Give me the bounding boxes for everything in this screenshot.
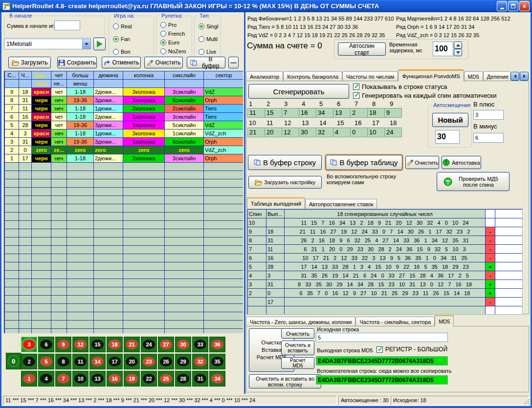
roulette-number-8[interactable]: 8 [55, 354, 71, 369]
spinner-down-button[interactable] [454, 49, 462, 56]
roulette-number-23[interactable]: 23 [141, 354, 157, 369]
copy-table-button[interactable]: В буфер таблицу [326, 155, 402, 170]
new-shift-button[interactable]: Новый [432, 113, 468, 127]
minimize-button[interactable] [497, 1, 507, 11]
roulette-number-7[interactable]: 7 [55, 371, 71, 387]
resize-grip[interactable] [524, 399, 530, 405]
checkbox-uppercase[interactable]: РЕГИСТР - БОЛЬШОЙ [377, 346, 447, 353]
radio-option-Multi[interactable]: Multi [199, 36, 218, 43]
chevron-down-icon[interactable] [82, 39, 90, 49]
radio-option-Pro[interactable]: Pro [160, 21, 177, 28]
md5-clear-paste-helper-button[interactable]: Очистить и вставить во вспом. строку [249, 374, 321, 388]
load-settings-button[interactable]: Загрузить настройку [248, 176, 322, 189]
roulette-number-34[interactable]: 34 [209, 371, 225, 387]
start-sum-input[interactable] [54, 21, 80, 30]
roulette-number-6[interactable]: 6 [38, 337, 54, 352]
maximize-button[interactable] [508, 1, 518, 11]
roulette-number-21[interactable]: 21 [124, 337, 140, 352]
roulette-number-30[interactable]: 30 [175, 337, 191, 352]
freqtab-частота-zero-шансы-дюжины-колонки[interactable]: Частота - Zero, шансы, дюжины, колонки [246, 317, 355, 326]
roulette-number-15[interactable]: 15 [89, 337, 106, 352]
roulette-number-5[interactable]: 5 [38, 354, 54, 369]
generate-button[interactable]: Сгенерировать [248, 84, 349, 99]
copy-row-button[interactable]: В буфер строку [248, 155, 322, 170]
md5-clear-button[interactable]: Очистить [281, 328, 314, 339]
tab-анализатор[interactable]: Анализатор [246, 71, 283, 81]
tab-scroll-left-button[interactable] [510, 72, 519, 81]
roulette-number-13[interactable]: 13 [89, 371, 106, 387]
tab-деление-ко[interactable]: Деление ко [483, 71, 510, 81]
spinner-up-button[interactable] [454, 42, 462, 49]
roulette-number-11[interactable]: 11 [72, 354, 89, 369]
radio-option-Euro[interactable]: Euro [160, 39, 179, 46]
roulette-number-12[interactable]: 12 [72, 337, 89, 352]
roulette-number-4[interactable]: 4 [38, 371, 54, 387]
roulette-number-32[interactable]: 32 [192, 354, 208, 369]
md5-calc-button[interactable]: Расчет MD5 [281, 357, 314, 369]
roulette-number-1[interactable]: 1 [21, 371, 37, 387]
toolbar-button-collapse[interactable]: — [228, 57, 239, 68]
toolbar-button-undo[interactable]: Отменить [102, 57, 141, 68]
tab-функционал-psevdoms[interactable]: Функционал PsevdoMS [398, 69, 464, 81]
toolbar-button-save[interactable]: Сохранить [57, 57, 97, 68]
roulette-number-19[interactable]: 19 [124, 371, 140, 387]
roulette-number-22[interactable]: 22 [141, 371, 157, 387]
source-string-input[interactable] [316, 333, 448, 342]
tab-scroll-right-button[interactable] [520, 72, 529, 81]
history-cell: Orph [204, 138, 244, 146]
radio-option-Real[interactable]: Real [113, 23, 132, 30]
autoshift-value[interactable]: 30 [435, 130, 460, 144]
freqtab-md5[interactable]: MD5 [435, 315, 454, 326]
roulette-number-29[interactable]: 29 [175, 354, 191, 369]
md5-helper-field[interactable]: E4DA3B7FBBCE2345D7772B0674A318D5 [316, 375, 448, 385]
clear-generated-button[interactable]: Очистить [405, 156, 439, 169]
minus-input[interactable] [473, 133, 504, 143]
roulette-number-9[interactable]: 9 [55, 337, 71, 352]
roulette-zero-cell[interactable]: 0 [6, 353, 21, 369]
roulette-number-10[interactable]: 10 [72, 371, 89, 387]
autospin-start-button[interactable]: Автоспин старт [338, 43, 386, 56]
play-button[interactable] [93, 38, 106, 50]
plus-input[interactable] [473, 110, 504, 120]
toolbar-button-clear[interactable]: Очистить [144, 57, 183, 68]
roulette-number-17[interactable]: 17 [107, 354, 123, 369]
radio-option-Bon[interactable]: Bon [113, 48, 131, 55]
preset-combobox[interactable]: 1Melonati [4, 39, 91, 49]
autobet-button[interactable]: ! Автоставка [442, 156, 481, 169]
roulette-number-26[interactable]: 26 [158, 354, 174, 369]
tab-md5[interactable]: MD5 [464, 71, 483, 81]
subtab-автопроставление-ставок[interactable]: Автопроставление ставок [305, 199, 377, 209]
tab-частоты-по-числам[interactable]: Частоты по числам [342, 71, 398, 81]
roulette-number-3[interactable]: 3 [21, 337, 37, 352]
roulette-number-35[interactable]: 35 [209, 354, 225, 369]
checkbox-show-status[interactable]: Показывать в строке статуса [353, 83, 447, 90]
freqtab-частота-сиклайны-сектора[interactable]: Частота - сиклайны, сектора [355, 317, 435, 326]
radio-option-Live[interactable]: Live [199, 48, 216, 55]
roulette-number-20[interactable]: 20 [124, 354, 140, 369]
roulette-number-14[interactable]: 14 [89, 354, 106, 369]
roulette-number-27[interactable]: 27 [158, 337, 174, 352]
roulette-number-25[interactable]: 25 [158, 371, 174, 387]
roulette-number-36[interactable]: 36 [209, 337, 225, 352]
toolbar-button-copy[interactable]: В буфер [187, 57, 225, 68]
radio-option-Singl[interactable]: Singl [199, 23, 218, 30]
tab-контроль-банкролла[interactable]: Контроль банкролла [283, 71, 342, 81]
roulette-number-18[interactable]: 18 [107, 337, 123, 352]
roulette-number-24[interactable]: 24 [141, 337, 157, 352]
roulette-number-31[interactable]: 31 [192, 371, 208, 387]
close-button[interactable]: × [519, 1, 530, 11]
roulette-number-2[interactable]: 2 [21, 354, 37, 369]
roulette-number-33[interactable]: 33 [192, 337, 208, 352]
checkbox-auto-generate[interactable]: Генерировать на каждый спин автоматическ… [353, 92, 497, 99]
roulette-number-16[interactable]: 16 [107, 371, 123, 387]
title-bar[interactable]: 7 HelperRoullet 4.8- create helperroulle… [0, 0, 532, 12]
delay-value[interactable]: 100 [433, 42, 453, 56]
md5-clear-paste-button[interactable]: Очистить и вставить [281, 341, 314, 355]
radio-option-Fan[interactable]: Fan [113, 36, 130, 43]
radio-option-French[interactable]: French [160, 30, 185, 37]
toolbar-button-load[interactable]: Загрузить [8, 57, 51, 68]
roulette-number-28[interactable]: 28 [175, 371, 191, 387]
subtab-таблица-выпадений[interactable]: Таблица выпадений [247, 197, 305, 209]
check-md5-button[interactable]: МД5 Проверить МД5 после спина [437, 172, 510, 191]
radio-option-NoZero[interactable]: NoZero [160, 48, 186, 55]
